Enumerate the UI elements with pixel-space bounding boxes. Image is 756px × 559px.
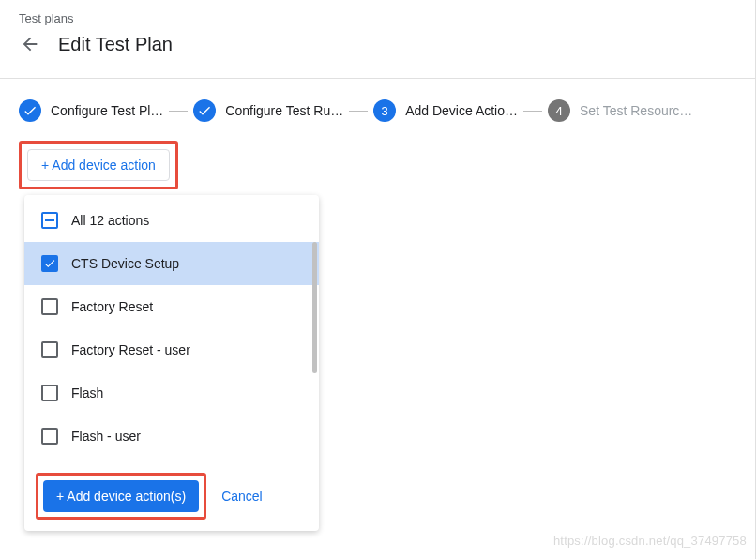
cancel-button[interactable]: Cancel bbox=[221, 489, 263, 504]
page-title: Edit Test Plan bbox=[58, 34, 173, 55]
highlight-box: + Add device action(s) bbox=[36, 473, 206, 520]
checkbox-unchecked-icon[interactable] bbox=[41, 341, 58, 358]
add-device-actions-confirm-button[interactable]: + Add device action(s) bbox=[43, 480, 199, 512]
add-device-action-button[interactable]: + Add device action bbox=[27, 149, 170, 181]
list-item[interactable]: CTS Device Setup bbox=[24, 242, 319, 285]
dropdown-list[interactable]: All 12 actions CTS Device Setup Factory … bbox=[24, 195, 319, 461]
list-item-label: Factory Reset - user bbox=[71, 342, 190, 357]
step-number-icon: 3 bbox=[373, 99, 396, 122]
step-connector bbox=[349, 111, 368, 112]
checkbox-indeterminate-icon[interactable] bbox=[41, 212, 58, 229]
step-label: Set Test Resourc… bbox=[580, 103, 692, 118]
checkbox-unchecked-icon[interactable] bbox=[41, 385, 58, 401]
content-area: + Add device action All 12 actions CTS D… bbox=[0, 141, 756, 531]
step-2[interactable]: Configure Test Ru… bbox=[193, 99, 343, 122]
step-1[interactable]: Configure Test Pl… bbox=[19, 99, 163, 122]
list-item-label: CTS Device Setup bbox=[71, 256, 179, 271]
checkbox-unchecked-icon[interactable] bbox=[41, 298, 58, 315]
list-item-label: All 12 actions bbox=[71, 213, 149, 228]
checkbox-unchecked-icon[interactable] bbox=[41, 428, 58, 445]
step-4[interactable]: 4 Set Test Resourc… bbox=[548, 99, 692, 122]
step-label: Configure Test Pl… bbox=[51, 103, 163, 118]
scrollbar[interactable] bbox=[312, 242, 317, 373]
title-row: Edit Test Plan bbox=[19, 33, 737, 55]
step-3[interactable]: 3 Add Device Actio… bbox=[373, 99, 518, 122]
check-icon bbox=[193, 99, 216, 122]
list-item-label: Flash bbox=[71, 385, 103, 400]
breadcrumb[interactable]: Test plans bbox=[19, 11, 737, 25]
highlight-box: + Add device action bbox=[19, 141, 178, 189]
check-icon bbox=[19, 99, 41, 122]
list-item-label: Flash - user bbox=[71, 429, 141, 444]
watermark: https://blog.csdn.net/qq_37497758 bbox=[553, 534, 747, 548]
step-label: Add Device Actio… bbox=[405, 103, 518, 118]
step-number-icon: 4 bbox=[548, 99, 570, 122]
step-connector bbox=[523, 111, 542, 112]
step-label: Configure Test Ru… bbox=[225, 103, 343, 118]
list-item-all[interactable]: All 12 actions bbox=[24, 199, 319, 242]
list-item-label: Factory Reset bbox=[71, 299, 153, 314]
list-item[interactable]: Flash - user bbox=[24, 415, 319, 458]
page-header: Test plans Edit Test Plan bbox=[0, 0, 756, 63]
list-item[interactable]: Factory Reset bbox=[24, 285, 319, 328]
device-action-dropdown: All 12 actions CTS Device Setup Factory … bbox=[24, 195, 319, 531]
list-item[interactable]: Flash bbox=[24, 371, 319, 415]
step-connector bbox=[169, 111, 188, 112]
back-arrow-icon[interactable] bbox=[19, 33, 41, 55]
dropdown-footer: + Add device action(s) Cancel bbox=[24, 461, 319, 531]
list-item[interactable]: Factory Reset - user bbox=[24, 328, 319, 371]
stepper: Configure Test Pl… Configure Test Ru… 3 … bbox=[0, 79, 756, 141]
checkbox-checked-icon[interactable] bbox=[41, 255, 58, 272]
